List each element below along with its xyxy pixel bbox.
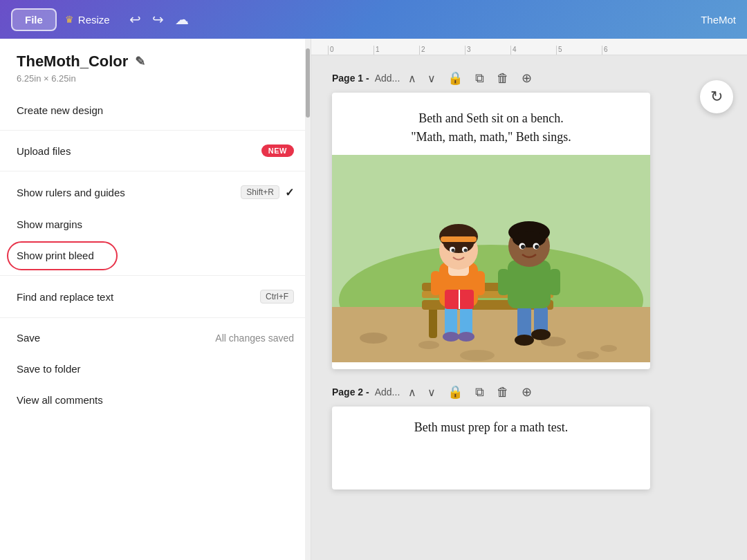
crown-icon: ♛ bbox=[65, 14, 74, 25]
svg-point-42 bbox=[521, 245, 525, 249]
svg-rect-44 bbox=[498, 269, 509, 295]
page2-label: Page 2 - bbox=[332, 386, 369, 398]
page1-label: Page 1 - bbox=[332, 73, 369, 84]
sidebar-item-save-to-folder[interactable]: Save to folder bbox=[0, 353, 311, 384]
page2-up-button[interactable]: ∧ bbox=[405, 384, 419, 400]
sidebar-item-find-replace[interactable]: Find and replace text Ctrl+F bbox=[0, 280, 311, 313]
canvas-pages: Page 1 - Add... ∧ ∨ 🔒 ⧉ 🗑 ⊕ Beth and Set… bbox=[311, 55, 747, 560]
svg-rect-30 bbox=[431, 271, 441, 295]
divider-2 bbox=[0, 171, 311, 171]
svg-point-4 bbox=[418, 341, 439, 349]
check-mark-rulers: ✓ bbox=[285, 186, 294, 199]
page1-duplicate-button[interactable]: ⧉ bbox=[472, 70, 488, 87]
page1-controls: Page 1 - Add... ∧ ∨ 🔒 ⧉ 🗑 ⊕ bbox=[332, 69, 726, 87]
redo-button[interactable]: ↪ bbox=[149, 8, 167, 30]
page1-add-button[interactable]: ⊕ bbox=[518, 69, 535, 87]
ruler-mark-5: 5 bbox=[556, 46, 602, 55]
shortcut-key-find: Ctrl+F bbox=[260, 290, 294, 304]
refresh-button[interactable]: ↻ bbox=[700, 80, 733, 113]
edit-title-icon[interactable]: ✎ bbox=[135, 54, 145, 69]
svg-point-6 bbox=[600, 345, 617, 352]
page2-container: Page 2 - Add... ∧ ∨ 🔒 ⧉ 🗑 ⊕ Beth must pr… bbox=[332, 383, 726, 489]
svg-point-7 bbox=[460, 350, 495, 361]
page1-delete-button[interactable]: 🗑 bbox=[493, 70, 513, 87]
page2-name: Add... bbox=[375, 386, 400, 398]
svg-point-26 bbox=[452, 249, 455, 252]
svg-point-34 bbox=[515, 335, 534, 346]
ruler-top: 0 1 2 3 4 5 6 bbox=[311, 39, 747, 55]
svg-point-35 bbox=[531, 329, 551, 340]
divider-4 bbox=[0, 317, 311, 318]
ruler-marks: 0 1 2 3 4 5 6 bbox=[328, 46, 647, 55]
divider-1 bbox=[0, 130, 311, 131]
svg-rect-31 bbox=[475, 271, 485, 295]
sidebar-item-upload-files[interactable]: Upload files NEW bbox=[0, 135, 311, 167]
svg-point-27 bbox=[464, 249, 468, 252]
svg-point-3 bbox=[360, 333, 387, 344]
ruler-mark-1: 1 bbox=[374, 46, 419, 55]
sidebar-item-show-rulers[interactable]: Show rulers and guides Shift+R ✓ bbox=[0, 176, 311, 209]
header-actions: ↩ ↪ ☁ bbox=[127, 8, 192, 30]
sidebar-item-show-print-bleed[interactable]: Show print bleed bbox=[0, 240, 311, 271]
sidebar-menu: Create new design Upload files NEW Show … bbox=[0, 89, 311, 560]
sidebar-item-view-all-comments[interactable]: View all comments bbox=[0, 384, 311, 416]
resize-button[interactable]: ♛ Resize bbox=[65, 14, 110, 26]
page2-controls: Page 2 - Add... ∧ ∨ 🔒 ⧉ 🗑 ⊕ bbox=[332, 383, 726, 401]
svg-point-8 bbox=[577, 351, 599, 360]
shortcut-area-rulers: Shift+R ✓ bbox=[241, 185, 294, 199]
divider-3 bbox=[0, 275, 311, 276]
new-badge: NEW bbox=[261, 144, 294, 157]
sidebar-scrollbar-thumb bbox=[306, 48, 310, 118]
page2-down-button[interactable]: ∨ bbox=[425, 384, 439, 400]
page1-down-button[interactable]: ∨ bbox=[425, 71, 439, 86]
app-title: TheMot bbox=[701, 14, 736, 26]
page2-canvas[interactable]: Beth must prep for a math test. bbox=[332, 407, 650, 489]
document-dimensions: 6.25in × 6.25in bbox=[17, 73, 294, 84]
page1-text: Beth and Seth sit on a bench. "Math, mat… bbox=[332, 93, 650, 155]
ruler-mark-3: 3 bbox=[465, 46, 510, 55]
page1-up-button[interactable]: ∧ bbox=[405, 71, 419, 86]
file-button[interactable]: File bbox=[11, 8, 57, 31]
page2-duplicate-button[interactable]: ⧉ bbox=[472, 384, 488, 401]
ruler-mark-4: 4 bbox=[510, 46, 556, 55]
svg-rect-36 bbox=[508, 260, 551, 308]
undo-button[interactable]: ↩ bbox=[127, 8, 144, 30]
sidebar-scrollbar[interactable] bbox=[305, 39, 311, 560]
page2-text: Beth must prep for a math test. bbox=[332, 407, 650, 449]
sidebar-item-show-margins[interactable]: Show margins bbox=[0, 209, 311, 240]
page1-container: Page 1 - Add... ∧ ∨ 🔒 ⧉ 🗑 ⊕ Beth and Set… bbox=[332, 69, 726, 369]
sidebar-item-save[interactable]: Save All changes saved bbox=[0, 322, 311, 353]
page2-delete-button[interactable]: 🗑 bbox=[493, 384, 513, 401]
svg-point-39 bbox=[513, 231, 546, 248]
page2-add-button[interactable]: ⊕ bbox=[518, 383, 535, 401]
header: File ♛ Resize ↩ ↪ ☁ TheMot bbox=[0, 0, 747, 39]
document-title: TheMoth_Color bbox=[17, 53, 128, 71]
page1-name: Add... bbox=[375, 73, 400, 84]
svg-point-16 bbox=[443, 332, 459, 342]
canvas-area: 0 1 2 3 4 5 6 Page 1 - Add... ∧ ∨ 🔒 ⧉ bbox=[311, 39, 747, 560]
sidebar-header: TheMoth_Color ✎ 6.25in × 6.25in bbox=[0, 39, 311, 89]
page1-illustration bbox=[332, 155, 650, 362]
document-title-row: TheMoth_Color ✎ bbox=[17, 53, 294, 71]
page1-canvas[interactable]: Beth and Seth sit on a bench. "Math, mat… bbox=[332, 93, 650, 369]
main-layout: TheMoth_Color ✎ 6.25in × 6.25in Create n… bbox=[0, 39, 747, 560]
svg-point-17 bbox=[458, 332, 474, 342]
ruler-mark-6: 6 bbox=[602, 46, 647, 55]
svg-rect-23 bbox=[441, 236, 477, 242]
svg-point-43 bbox=[535, 245, 539, 249]
page1-lock-button[interactable]: 🔒 bbox=[444, 69, 466, 87]
sidebar: TheMoth_Color ✎ 6.25in × 6.25in Create n… bbox=[0, 39, 311, 560]
ruler-mark-0: 0 bbox=[328, 46, 374, 55]
cloud-save-button[interactable]: ☁ bbox=[172, 8, 192, 30]
ruler-mark-2: 2 bbox=[419, 46, 465, 55]
sidebar-item-create-new-design[interactable]: Create new design bbox=[0, 95, 311, 126]
page2-lock-button[interactable]: 🔒 bbox=[444, 383, 466, 401]
svg-rect-45 bbox=[549, 269, 560, 295]
shortcut-key-rulers: Shift+R bbox=[241, 185, 279, 199]
